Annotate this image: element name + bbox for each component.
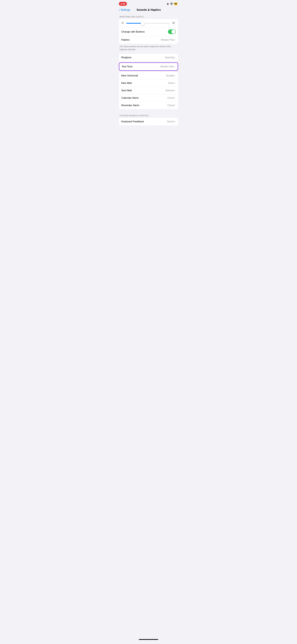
text-tone-chevron-icon: › bbox=[175, 65, 175, 68]
reminder-alerts-value-container: Chord › bbox=[167, 104, 176, 107]
keyboard-feedback-value: Sound bbox=[167, 120, 174, 123]
text-tone-label: Text Tone bbox=[122, 65, 132, 68]
change-with-buttons-label: Change with Buttons bbox=[121, 30, 145, 33]
airplane-icon bbox=[166, 2, 169, 5]
new-mail-row[interactable]: New Mail None › bbox=[119, 80, 178, 87]
sent-mail-row[interactable]: Sent Mail Swoosh › bbox=[119, 87, 178, 94]
sent-mail-label: Sent Mail bbox=[121, 89, 132, 92]
volume-slider[interactable] bbox=[126, 21, 170, 25]
slider-thumb bbox=[141, 21, 145, 25]
ringtone-label: Ringtone bbox=[121, 56, 131, 59]
text-tone-value: Vibrate Only bbox=[160, 65, 174, 68]
tones-card: New Voicemail Droplet › New Mail None › … bbox=[119, 72, 178, 109]
new-mail-label: New Mail bbox=[121, 82, 132, 84]
slider-track bbox=[126, 23, 170, 24]
keyboard-feedback-row[interactable]: Keyboard Feedback Sound › bbox=[119, 118, 178, 125]
text-tone-row[interactable]: Text Tone Vibrate Only › bbox=[119, 63, 178, 70]
reminder-alerts-chevron-icon: › bbox=[175, 104, 176, 107]
keyboard-feedback-value-container: Sound › bbox=[167, 120, 176, 123]
calendar-alerts-value: Chord bbox=[167, 96, 174, 100]
ringtone-card: Ringtone Opening › bbox=[119, 54, 178, 61]
system-sounds-card: Keyboard Feedback Sound › bbox=[119, 118, 178, 125]
sent-mail-value: Swoosh bbox=[165, 89, 174, 92]
status-time: 2:39 bbox=[119, 2, 127, 6]
new-mail-value: None bbox=[168, 82, 174, 84]
volume-high-icon bbox=[171, 21, 176, 25]
haptics-value: Always Play bbox=[161, 38, 174, 41]
ringtone-chevron-icon: › bbox=[175, 56, 176, 59]
change-with-buttons-toggle[interactable] bbox=[168, 30, 176, 34]
slider-fill bbox=[126, 23, 143, 24]
volume-low-icon bbox=[121, 21, 125, 25]
status-bar: 2:39 69 bbox=[117, 0, 180, 7]
svg-point-0 bbox=[171, 4, 172, 5]
system-sounds-section-label: SYSTEM SOUNDS & HAPTICS bbox=[117, 112, 180, 118]
page-title: Sounds & Haptics bbox=[120, 8, 177, 12]
sent-mail-value-container: Swoosh › bbox=[165, 89, 176, 92]
volume-row[interactable] bbox=[119, 19, 178, 28]
haptics-chevron-icon: › bbox=[175, 38, 176, 41]
haptics-value-container: Always Play › bbox=[161, 38, 176, 41]
wifi-icon bbox=[170, 3, 173, 5]
reminder-alerts-label: Reminder Alerts bbox=[121, 104, 139, 107]
ringtone-alerts-card: Change with Buttons Haptics Always Play … bbox=[119, 19, 178, 44]
ringtone-value: Opening bbox=[165, 56, 174, 59]
keyboard-feedback-label: Keyboard Feedback bbox=[121, 120, 144, 123]
keyboard-feedback-chevron-icon: › bbox=[175, 120, 176, 123]
battery-indicator: 69 bbox=[174, 2, 177, 5]
ringtone-value-container: Opening › bbox=[165, 56, 176, 59]
calendar-alerts-value-container: Chord › bbox=[167, 96, 176, 100]
new-voicemail-value-container: Droplet › bbox=[166, 74, 176, 77]
home-indicator bbox=[117, 637, 180, 641]
new-mail-value-container: None › bbox=[168, 82, 176, 84]
text-tone-value-container: Vibrate Only › bbox=[160, 65, 175, 68]
haptics-label: Haptics bbox=[121, 38, 130, 41]
calendar-alerts-chevron-icon: › bbox=[175, 97, 176, 99]
battery-level: 69 bbox=[175, 3, 177, 5]
home-bar bbox=[139, 639, 158, 640]
ringtone-section-label: RINGTONE AND ALERTS bbox=[117, 13, 180, 19]
reminder-alerts-value: Chord bbox=[167, 104, 174, 107]
status-icons: 69 bbox=[166, 2, 177, 5]
new-mail-chevron-icon: › bbox=[175, 82, 176, 84]
reminder-alerts-row[interactable]: Reminder Alerts Chord › bbox=[119, 102, 178, 109]
ringtone-row[interactable]: Ringtone Opening › bbox=[119, 54, 178, 61]
haptics-row[interactable]: Haptics Always Play › bbox=[119, 36, 178, 44]
ringtone-description: The volume buttons can be used to adjust… bbox=[117, 44, 180, 54]
toggle-knob bbox=[171, 30, 175, 34]
sent-mail-chevron-icon: › bbox=[175, 89, 176, 92]
new-voicemail-value: Droplet bbox=[166, 74, 174, 77]
new-voicemail-row[interactable]: New Voicemail Droplet › bbox=[119, 72, 178, 80]
new-voicemail-chevron-icon: › bbox=[175, 74, 176, 77]
nav-bar: ‹ Settings Sounds & Haptics bbox=[117, 7, 180, 13]
calendar-alerts-label: Calendar Alerts bbox=[121, 96, 139, 100]
calendar-alerts-row[interactable]: Calendar Alerts Chord › bbox=[119, 94, 178, 102]
change-with-buttons-row[interactable]: Change with Buttons bbox=[119, 28, 178, 36]
new-voicemail-label: New Voicemail bbox=[121, 74, 138, 77]
text-tone-card-highlighted: Text Tone Vibrate Only › bbox=[119, 62, 178, 71]
